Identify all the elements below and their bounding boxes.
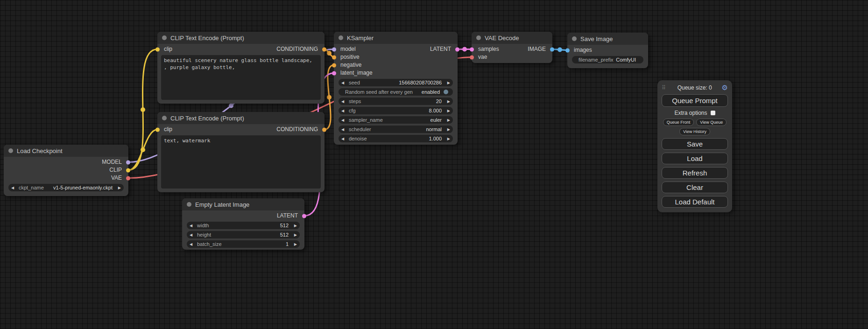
decrement-arrow-icon[interactable]: ◀ xyxy=(341,99,347,104)
node-ksampler[interactable]: KSampler model LATENT positive negative … xyxy=(334,32,458,145)
node-clip-text-encode-negative[interactable]: CLIP Text Encode (Prompt) clip CONDITION… xyxy=(157,112,325,192)
increment-arrow-icon[interactable]: ▶ xyxy=(445,118,450,122)
queue-prompt-button[interactable]: Queue Prompt xyxy=(662,94,728,107)
node-load-checkpoint[interactable]: Load Checkpoint MODEL CLIP VAE ◀ ckpt_na… xyxy=(4,145,128,196)
widget-seed[interactable]: ◀ seed 156680208700286 ▶ xyxy=(339,79,453,86)
input-port-vae[interactable] xyxy=(470,55,474,59)
widget-ckpt-name[interactable]: ◀ ckpt_name v1-5-pruned-emaonly.ckpt ▶ xyxy=(8,184,124,191)
widget-label: seed xyxy=(347,80,360,85)
decrement-arrow-icon[interactable]: ◀ xyxy=(341,81,347,85)
collapse-dot-icon[interactable] xyxy=(339,35,343,40)
widget-label: height xyxy=(195,232,211,238)
node-title-bar[interactable]: VAE Decode xyxy=(472,32,552,44)
decrement-arrow-icon[interactable]: ◀ xyxy=(341,118,347,122)
increment-arrow-icon[interactable]: ▶ xyxy=(445,137,450,141)
view-history-button[interactable]: View History xyxy=(679,128,710,135)
collapse-dot-icon[interactable] xyxy=(187,202,191,207)
widget-height[interactable]: ◀ height 512 ▶ xyxy=(187,231,300,238)
input-port-images[interactable] xyxy=(565,48,570,52)
node-title-bar[interactable]: CLIP Text Encode (Prompt) xyxy=(157,112,325,124)
input-port-model[interactable] xyxy=(332,47,336,51)
decrement-arrow-icon[interactable]: ◀ xyxy=(190,224,195,228)
widget-batch-size[interactable]: ◀ batch_size 1 ▶ xyxy=(187,240,300,248)
decrement-arrow-icon[interactable]: ◀ xyxy=(341,127,347,132)
widget-scheduler[interactable]: ◀ scheduler normal ▶ xyxy=(339,126,453,133)
load-default-button[interactable]: Load Default xyxy=(662,196,728,208)
input-port-clip[interactable] xyxy=(155,127,160,132)
output-port-latent[interactable] xyxy=(302,214,306,218)
slot-row-latent-image: latent_image xyxy=(334,69,458,77)
view-queue-button[interactable]: View Queue xyxy=(696,119,727,126)
input-port-latent-image[interactable] xyxy=(332,71,336,75)
decrement-arrow-icon[interactable]: ◀ xyxy=(341,109,347,113)
input-port-samples[interactable] xyxy=(470,47,474,51)
widget-denoise[interactable]: ◀ denoise 1.000 ▶ xyxy=(339,135,453,142)
node-title: CLIP Text Encode (Prompt) xyxy=(170,35,244,42)
slot-label-samples: samples xyxy=(478,45,499,53)
increment-arrow-icon[interactable]: ▶ xyxy=(291,233,297,237)
clear-button[interactable]: Clear xyxy=(662,182,728,193)
decrement-arrow-icon[interactable]: ◀ xyxy=(190,242,195,246)
widget-random-seed-toggle[interactable]: Random seed after every gen enabled xyxy=(339,88,453,96)
collapse-dot-icon[interactable] xyxy=(572,36,577,41)
node-vae-decode[interactable]: VAE Decode samples IMAGE vae xyxy=(472,32,552,63)
collapse-dot-icon[interactable] xyxy=(476,35,481,40)
widget-label: denoise xyxy=(347,136,367,141)
widget-steps[interactable]: ◀ steps 20 ▶ xyxy=(339,98,453,105)
widget-width[interactable]: ◀ width 512 ▶ xyxy=(187,222,300,229)
load-button[interactable]: Load xyxy=(662,153,728,164)
node-clip-text-encode-positive[interactable]: CLIP Text Encode (Prompt) clip CONDITION… xyxy=(157,32,325,104)
decrement-arrow-icon[interactable]: ◀ xyxy=(341,137,347,141)
input-port-positive[interactable] xyxy=(332,55,336,59)
node-title-bar[interactable]: KSampler xyxy=(334,32,458,44)
widget-sampler-name[interactable]: ◀ sampler_name euler ▶ xyxy=(339,116,453,124)
slot-label-model: model xyxy=(340,45,356,53)
node-save-image[interactable]: Save Image images filename_prefix ComfyU… xyxy=(567,33,648,68)
increment-arrow-icon[interactable]: ▶ xyxy=(445,99,450,104)
node-title-bar[interactable]: Save Image xyxy=(567,33,648,45)
slot-label-negative: negative xyxy=(340,62,361,68)
collapse-dot-icon[interactable] xyxy=(162,35,167,40)
widget-cfg[interactable]: ◀ cfg 8.000 ▶ xyxy=(339,107,453,114)
decrement-arrow-icon[interactable]: ◀ xyxy=(11,186,17,190)
node-graph-canvas[interactable]: Load Checkpoint MODEL CLIP VAE ◀ ckpt_na… xyxy=(0,0,868,329)
input-port-negative[interactable] xyxy=(332,63,336,67)
input-port-clip[interactable] xyxy=(155,47,160,51)
increment-arrow-icon[interactable]: ▶ xyxy=(445,81,450,85)
refresh-button[interactable]: Refresh xyxy=(662,167,728,179)
wire-clip-to-positive-prompt xyxy=(128,49,157,170)
toggle-indicator-icon[interactable] xyxy=(444,90,448,94)
increment-arrow-icon[interactable]: ▶ xyxy=(291,224,297,228)
output-port-conditioning[interactable] xyxy=(322,127,326,132)
node-title-bar[interactable]: CLIP Text Encode (Prompt) xyxy=(157,32,325,44)
widget-filename-prefix[interactable]: filename_prefix ComfyUI xyxy=(572,56,643,63)
slot-label-model: MODEL xyxy=(102,159,122,165)
output-port-model[interactable] xyxy=(126,160,130,164)
widget-label: ckpt_name xyxy=(17,185,44,190)
output-port-latent[interactable] xyxy=(455,47,459,51)
decrement-arrow-icon[interactable]: ◀ xyxy=(190,233,195,237)
output-port-conditioning[interactable] xyxy=(322,47,326,51)
slot-label-conditioning: CONDITIONING xyxy=(276,45,318,53)
negative-prompt-textarea[interactable]: text, watermark xyxy=(161,135,321,189)
widget-value: normal xyxy=(371,126,445,132)
output-port-vae[interactable] xyxy=(126,176,130,180)
node-title-bar[interactable]: Load Checkpoint xyxy=(4,145,128,157)
increment-arrow-icon[interactable]: ▶ xyxy=(445,109,450,113)
positive-prompt-textarea[interactable]: beautiful scenery nature glass bottle la… xyxy=(161,55,321,100)
collapse-dot-icon[interactable] xyxy=(8,148,13,153)
output-port-clip[interactable] xyxy=(126,168,130,172)
node-empty-latent-image[interactable]: Empty Latent Image LATENT ◀ width 512 ▶ … xyxy=(182,198,304,250)
save-button[interactable]: Save xyxy=(662,138,728,150)
extra-options-checkbox[interactable] xyxy=(711,111,715,115)
output-port-image[interactable] xyxy=(550,47,554,51)
slot-label-latent-image: latent_image xyxy=(340,70,373,76)
drag-handle-icon[interactable]: ⠿ xyxy=(662,84,666,91)
increment-arrow-icon[interactable]: ▶ xyxy=(291,242,297,246)
queue-front-button[interactable]: Queue Front xyxy=(663,119,694,126)
settings-gear-icon[interactable]: ⚙ xyxy=(722,84,728,92)
collapse-dot-icon[interactable] xyxy=(162,116,167,120)
increment-arrow-icon[interactable]: ▶ xyxy=(115,186,121,190)
node-title-bar[interactable]: Empty Latent Image xyxy=(182,198,304,210)
increment-arrow-icon[interactable]: ▶ xyxy=(445,127,450,132)
